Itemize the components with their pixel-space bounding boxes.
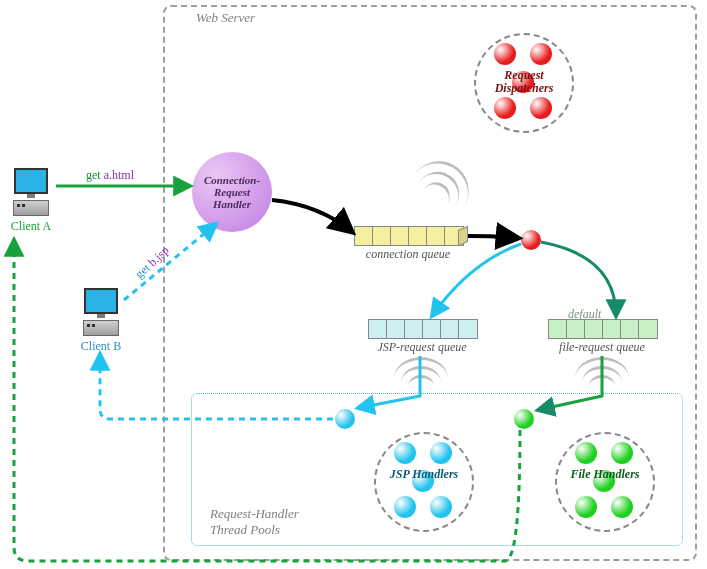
file-handler-instance xyxy=(514,409,534,429)
jsp-handlers-pool: JSP Handlers xyxy=(374,432,474,532)
client-a-label: Client A xyxy=(6,219,56,234)
connection-request-handler: Connection- Request Handler xyxy=(192,152,272,232)
monitor-icon xyxy=(14,168,48,194)
request-a-label: get a.html xyxy=(86,168,134,183)
request-dispatchers-pool: Request Dispatchers xyxy=(474,33,574,133)
client-b-label: Client B xyxy=(76,339,126,354)
connection-queue xyxy=(354,226,464,246)
web-server-label: Web Server xyxy=(196,10,255,26)
client-a: Client A xyxy=(6,168,56,234)
jsp-handler-instance xyxy=(335,409,355,429)
computer-base-icon xyxy=(13,200,49,216)
dispatcher-instance xyxy=(521,230,541,250)
thread-pools-label: Request-Handler Thread Pools xyxy=(210,506,299,538)
file-request-queue xyxy=(548,319,658,339)
computer-base-icon xyxy=(83,320,119,336)
jsp-request-queue-label: JSP-request queue xyxy=(368,340,476,355)
monitor-icon xyxy=(84,288,118,314)
file-handlers-pool: File Handlers xyxy=(555,432,655,532)
client-b: Client B xyxy=(76,288,126,354)
jsp-request-queue xyxy=(368,319,478,339)
file-request-queue-label: file-request queue xyxy=(548,340,656,355)
connection-queue-label: connection queue xyxy=(358,247,458,262)
